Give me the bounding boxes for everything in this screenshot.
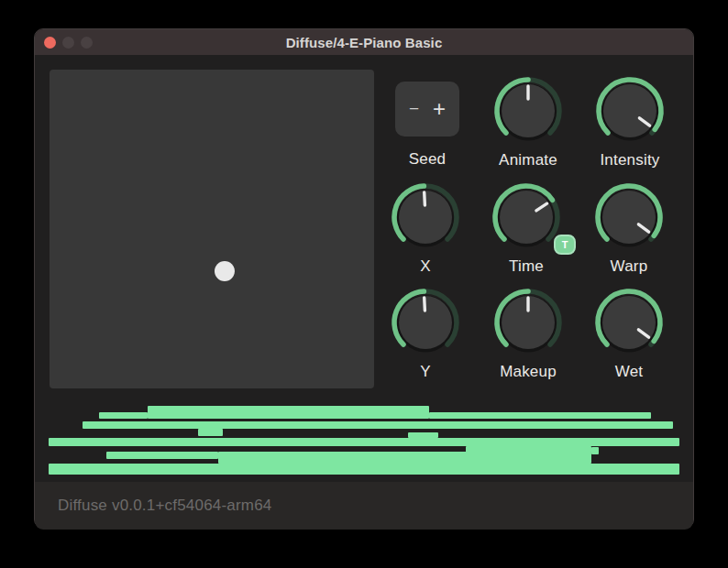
animate-knob[interactable] <box>491 74 565 147</box>
y-knob[interactable] <box>389 286 462 359</box>
intensity-knob[interactable] <box>593 74 667 147</box>
intensity-knob-label: Intensity <box>566 151 694 169</box>
desktop-background: Diffuse/4-E-Piano Basic − + Seed T Diffu… <box>0 0 728 568</box>
waveform-bar <box>106 452 218 459</box>
xy-pad-handle[interactable] <box>215 261 235 281</box>
wet-knob[interactable] <box>592 286 666 359</box>
waveform-bar <box>218 452 591 464</box>
waveform-bar <box>49 464 679 475</box>
traffic-lights <box>44 29 93 55</box>
window-title: Diffuse/4-E-Piano Basic <box>286 35 443 50</box>
warp-knob-label: Warp <box>565 257 693 276</box>
xy-pad[interactable] <box>50 70 374 388</box>
waveform-bar <box>99 412 148 419</box>
waveform-bar <box>148 406 429 419</box>
wet-knob-label: Wet <box>565 363 693 381</box>
minimize-button[interactable] <box>62 37 74 49</box>
waveform-bar <box>466 446 591 453</box>
version-text: Diffuse v0.0.1+cf54064-arm64 <box>58 497 272 515</box>
titlebar[interactable]: Diffuse/4-E-Piano Basic <box>35 29 693 55</box>
time-knob[interactable] <box>490 180 563 254</box>
waveform-bar <box>408 432 438 438</box>
zoom-button[interactable] <box>81 37 93 49</box>
footer: Diffuse v0.0.1+cf54064-arm64 <box>35 482 693 530</box>
waveform-bar <box>429 412 651 419</box>
waveform-bar <box>591 447 599 454</box>
seed-decrement-button[interactable]: − <box>409 99 419 119</box>
makeup-knob[interactable] <box>491 286 565 359</box>
warp-knob[interactable] <box>592 180 666 254</box>
waveform-bar <box>83 421 673 429</box>
waveform-bar <box>49 438 679 446</box>
close-button[interactable] <box>44 37 56 49</box>
plugin-window: Diffuse/4-E-Piano Basic − + Seed T Diffu… <box>34 28 694 529</box>
x-knob[interactable] <box>389 180 462 254</box>
seed-increment-button[interactable]: + <box>433 96 446 122</box>
seed-control[interactable]: − + <box>395 82 459 137</box>
waveform-bar <box>198 429 223 436</box>
